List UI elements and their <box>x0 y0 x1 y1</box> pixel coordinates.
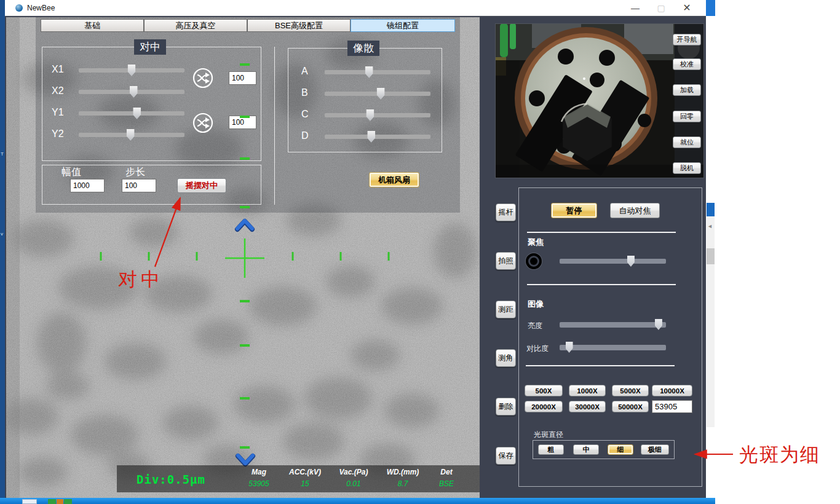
mag-500x-button[interactable]: 500X <box>525 385 563 396</box>
nav-home-button[interactable]: 回零 <box>673 111 701 122</box>
nav-calibrate-button[interactable]: 校准 <box>673 58 701 70</box>
scale-div-text: Div:0.5μm <box>137 473 205 486</box>
taskbar-icon[interactable] <box>57 499 63 504</box>
background-window-fragment <box>707 203 715 216</box>
status-col-acc: ACC.(kV) 15 <box>284 468 326 488</box>
slider-x1[interactable] <box>79 68 184 73</box>
spot-coarse-button[interactable]: 粗 <box>538 444 564 455</box>
separator <box>527 284 676 285</box>
wobble-centering-button[interactable]: 摇摆对中 <box>177 178 226 193</box>
pause-button[interactable]: 暂停 <box>551 203 597 218</box>
brightness-slider[interactable] <box>560 322 666 328</box>
nav-offline-button[interactable]: 脱机 <box>673 162 701 174</box>
status-col-mag: Mag 53905 <box>245 468 273 488</box>
slider-label-a: A <box>301 66 308 77</box>
focus-label: 聚焦 <box>528 237 544 248</box>
window-title: NewBee <box>27 4 55 12</box>
shuffle-x-icon[interactable] <box>192 68 213 89</box>
mag-5000x-button[interactable]: 5000X <box>612 385 649 396</box>
slider-c[interactable] <box>325 113 430 117</box>
desktop-icon-label: v <box>1 231 3 237</box>
slider-label-x1: X1 <box>52 64 64 75</box>
slider-label-y1: Y1 <box>52 107 64 118</box>
brightness-label: 亮度 <box>528 321 542 331</box>
close-button[interactable]: ✕ <box>678 0 696 15</box>
taskbar-icon[interactable] <box>64 499 72 504</box>
background-scrollbar-thumb[interactable] <box>707 248 715 264</box>
centering-y-value-field[interactable]: 100 <box>229 116 256 129</box>
centering-x-value-field[interactable]: 100 <box>229 71 256 85</box>
camera-preview <box>495 23 704 178</box>
slider-x2[interactable] <box>79 90 184 94</box>
slider-y2[interactable] <box>79 133 184 137</box>
astigmatism-title: 像散 <box>347 41 379 56</box>
tab-hv-vacuum[interactable]: 高压及真空 <box>144 19 247 32</box>
centering-title: 对中 <box>134 39 166 55</box>
status-bar: Div:0.5μm Mag 53905 ACC.(kV) 15 Vac.(Pa)… <box>117 465 480 492</box>
desktop-left-strip: T v <box>0 0 5 499</box>
step-field[interactable]: 100 <box>122 179 156 192</box>
status-col-det: Det BSE <box>434 468 459 488</box>
tool-joystick-button[interactable]: 摇杆 <box>496 203 516 221</box>
amplitude-label: 幅值 <box>61 166 81 179</box>
slider-label-d: D <box>301 130 309 141</box>
amplitude-field[interactable]: 1000 <box>70 179 105 192</box>
spot-diameter-label: 光斑直径 <box>534 430 563 440</box>
slider-b[interactable] <box>325 92 430 96</box>
nav-in-position-button[interactable]: 就位 <box>673 136 701 148</box>
record-icon[interactable] <box>526 253 542 269</box>
contrast-slider[interactable] <box>560 345 666 350</box>
mag-20000x-button[interactable]: 20000X <box>525 401 563 412</box>
chassis-fan-button[interactable]: 机箱风扇 <box>369 172 419 187</box>
status-col-wd: WD.(mm) 8.7 <box>381 468 424 488</box>
maximize-button[interactable]: ▢ <box>652 0 670 15</box>
spot-medium-button[interactable]: 中 <box>573 444 599 455</box>
tool-delete-button[interactable]: 删除 <box>496 398 516 415</box>
centering-groupbox <box>42 47 261 161</box>
mag-50000x-button[interactable]: 50000X <box>612 401 649 412</box>
taskbar-icon[interactable] <box>48 499 56 504</box>
desktop: T v ◄ NewBee — ▢ ✕ <box>0 0 840 504</box>
centering-annotation-text: 对中 <box>118 267 164 293</box>
taskbar-icon[interactable] <box>22 499 37 504</box>
slider-label-b: B <box>301 87 308 98</box>
mag-1000x-button[interactable]: 1000X <box>569 385 606 396</box>
slider-a[interactable] <box>325 70 430 74</box>
tool-snapshot-button[interactable]: 拍照 <box>496 252 516 270</box>
slider-label-c: C <box>301 109 309 120</box>
desktop-icon-label: T <box>1 151 4 157</box>
autofocus-button[interactable]: 自动对焦 <box>610 203 660 218</box>
contrast-label: 对比度 <box>526 344 549 354</box>
mag-value-field[interactable]: 53905 <box>652 400 692 413</box>
tool-measure-distance-button[interactable]: 测距 <box>496 301 516 318</box>
taskbar-strip <box>0 498 715 504</box>
mag-10000x-button[interactable]: 10000X <box>652 385 692 396</box>
nav-open-navigation-button[interactable]: 开导航 <box>673 34 701 45</box>
mag-30000x-button[interactable]: 30000X <box>569 401 606 412</box>
nav-load-button[interactable]: 加载 <box>673 84 701 96</box>
tab-lens-config[interactable]: 镜组配置 <box>351 19 455 32</box>
panel-divider <box>274 47 275 205</box>
scrollbar-arrow-icon[interactable]: ◄ <box>707 223 713 229</box>
spot-ultrafine-button[interactable]: 极细 <box>641 444 669 455</box>
separator <box>527 232 676 233</box>
shuffle-y-icon[interactable] <box>192 112 213 133</box>
spot-annotation-text: 光斑为细 <box>739 442 820 468</box>
slider-y1[interactable] <box>79 111 184 116</box>
tool-save-button[interactable]: 保存 <box>496 447 516 465</box>
slider-d[interactable] <box>325 135 430 139</box>
title-bar: NewBee — ▢ ✕ <box>5 0 706 16</box>
app-icon <box>15 4 23 12</box>
focus-slider[interactable] <box>560 259 666 264</box>
tool-measure-angle-button[interactable]: 测角 <box>496 349 516 367</box>
status-col-vac: Vac.(Pa) 0.01 <box>333 468 374 488</box>
step-label: 步长 <box>125 166 145 179</box>
minimize-button[interactable]: — <box>626 0 644 15</box>
slider-label-y2: Y2 <box>52 128 64 140</box>
background-window-fragment <box>706 0 715 16</box>
tab-basic[interactable]: 基础 <box>41 19 144 32</box>
spot-fine-button[interactable]: 细 <box>608 444 633 455</box>
tab-bse-advanced[interactable]: BSE高级配置 <box>247 19 351 32</box>
separator <box>526 365 675 366</box>
image-section-label: 图像 <box>528 299 544 310</box>
